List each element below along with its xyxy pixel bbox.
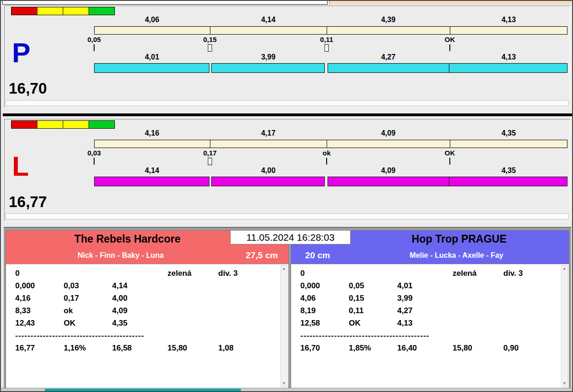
gate-value: OK (64, 317, 112, 329)
datetime-display: 11.05.2024 16:28:03 (230, 230, 351, 244)
team-right-members: Melie - Lucka - Axelle - Fay (344, 251, 569, 260)
split-label: 4,13 (450, 16, 567, 24)
scroll-down-icon[interactable]: ▼ (282, 381, 286, 386)
team-right-subheader: 20 cm Melie - Lucka - Axelle - Fay (291, 247, 569, 264)
lane-l-gate-labels: 0,03 0,17 ok OK (94, 149, 567, 157)
bottom-progress-bar (45, 389, 241, 391)
lane-p-bar-area: 4,06 4,14 4,39 4,13 0,05 0,15 0,11 OK (94, 6, 567, 107)
gate-value: ok (64, 304, 112, 317)
division-label: div. 3 (503, 267, 523, 279)
team-panel-right: Hop Trop PRAGUE 20 cm Melie - Lucka - Ax… (291, 230, 569, 388)
result-row: 8,190,114,27 (291, 304, 569, 317)
total-reference: 15,80 (453, 342, 503, 354)
split-label: 4,09 (327, 129, 450, 137)
total-diff: 1,08 (218, 342, 233, 354)
lane-p-split-labels-top: 4,06 4,14 4,39 4,13 (94, 16, 567, 24)
start-light-yellow1-icon (37, 120, 63, 129)
total-reference: 15,80 (167, 342, 218, 354)
total-net: 16,40 (397, 342, 453, 354)
cumulative-time: 4,16 (15, 292, 64, 304)
team-left-members: Nick - Finn - Baky - Luna (6, 251, 235, 260)
cumulative-time: 12,43 (15, 317, 64, 329)
total-net: 16,58 (112, 342, 167, 354)
result-totals-row: 16,771,16%16,5815,801,08 (6, 342, 288, 354)
lane-p-letter: P (12, 39, 30, 67)
start-light-yellow2-icon (63, 7, 89, 15)
status-label: zelená (453, 267, 503, 279)
lane-l-split-bar-bottom (94, 177, 567, 186)
result-row: 12,43OK4,35 (6, 317, 288, 329)
gate-tick-icon (326, 158, 327, 165)
gate-tick-icon (208, 44, 212, 52)
split-segment (94, 177, 209, 186)
result-totals-row: 16,701,85%16,4015,800,90 (291, 342, 569, 354)
titlebar-left-strip (2, 1, 328, 5)
team-left-name: The Rebels Hardcore (6, 233, 249, 245)
team-left-jump-height: 27,5 cm (235, 250, 288, 261)
lane-p-status-strip (6, 100, 569, 106)
start-light-red-icon (11, 120, 37, 129)
scroll-up-icon[interactable]: ▲ (282, 267, 286, 271)
split-label: 4,14 (94, 166, 210, 175)
split-label: 4,35 (450, 129, 567, 137)
dog-time: 4,09 (112, 304, 167, 317)
bar-divider (327, 27, 327, 34)
gate-label: 0,03 (87, 149, 101, 157)
bottom-strip (1, 388, 572, 391)
scroll-down-icon[interactable]: ▼ (562, 381, 567, 386)
team-panel-left: The Rebels Hardcore Nick - Finn - Baky -… (6, 230, 289, 388)
team-left-scrollbar[interactable]: ▲ ▼ (281, 265, 287, 387)
gate-label: 0,17 (203, 149, 216, 157)
lane-l-status-strip (6, 214, 569, 220)
team-right-name: Hop Trop PRAGUE (349, 233, 569, 245)
bar-divider (210, 140, 210, 148)
gate-tick-icon (325, 44, 329, 52)
split-segment (328, 63, 449, 73)
timing-app-window: P 4,06 4,14 4,39 4,13 0,05 0,15 0,11 OK (0, 0, 573, 392)
team-right-results: 0zelenádiv. 3 0,0000,054,01 4,060,153,99… (291, 264, 569, 388)
lane-l-total-time: 16,77 (9, 193, 47, 211)
split-label: 4,16 (94, 129, 210, 137)
split-segment (449, 63, 567, 73)
bar-divider (450, 140, 450, 148)
split-label: 4,06 (94, 16, 210, 24)
cumulative-time: 8,33 (15, 304, 64, 317)
dog-time: 4,13 (397, 317, 453, 329)
status-label: zelená (167, 267, 218, 279)
cumulative-time: 0,000 (15, 279, 64, 292)
lane-p-gate-ticks (94, 44, 567, 52)
gate-label: ok (322, 149, 331, 157)
lane-l-panel: L 4,16 4,17 4,09 4,35 0,03 0,17 ok OK (4, 119, 570, 221)
total-time: 16,77 (15, 342, 64, 354)
scroll-up-icon[interactable]: ▲ (562, 267, 567, 271)
split-segment (211, 63, 325, 73)
lane-p-total-time: 16,70 (9, 80, 47, 97)
bar-divider (327, 140, 327, 148)
total-time: 16,70 (300, 342, 349, 354)
start-light-red-icon (11, 7, 37, 15)
team-right-scrollbar[interactable]: ▲ ▼ (561, 265, 568, 387)
lane-l-gate-ticks (94, 158, 567, 166)
start-light-yellow2-icon (63, 120, 89, 129)
gate-tick-icon (94, 44, 95, 51)
titlebar-right-strip (329, 1, 572, 5)
result-separator: ----------------------------------------… (291, 329, 569, 342)
split-label: 4,35 (450, 166, 567, 175)
split-label: 3,99 (210, 53, 327, 61)
result-info-row: 0zelenádiv. 3 (6, 267, 288, 279)
start-light-yellow1-icon (37, 7, 63, 15)
result-row: 0,0000,054,01 (291, 279, 569, 292)
total-diff: 0,90 (503, 342, 519, 354)
total-percent: 1,85% (349, 342, 397, 354)
bar-divider (450, 27, 450, 34)
gate-value: 0,05 (349, 279, 397, 292)
cumulative-time: 8,19 (300, 304, 349, 317)
gate-value: 0,17 (64, 292, 112, 304)
split-label: 4,27 (327, 53, 450, 61)
result-row: 12,58OK4,13 (291, 317, 569, 329)
result-row: 0,0000,034,14 (6, 279, 288, 292)
gate-label: OK (445, 36, 455, 43)
lane-l-letter: L (12, 153, 29, 180)
result-info-row: 0zelenádiv. 3 (291, 267, 569, 279)
dog-time: 4,35 (112, 317, 167, 329)
